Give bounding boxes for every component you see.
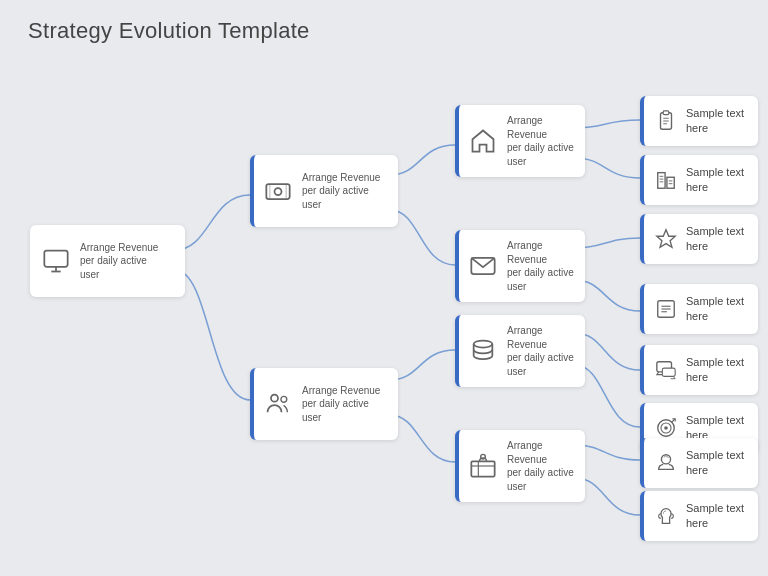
level1-card: Arrange Revenue per daily active user (30, 225, 185, 297)
level3-0-text: Arrange Revenue per daily active user (507, 114, 577, 168)
level2-top-card: Arrange Revenue per daily active user (250, 155, 398, 227)
level3-2-text: Arrange Revenue per daily active user (507, 324, 577, 378)
svg-point-36 (664, 426, 668, 430)
leaf-4-card: Sample text here (640, 345, 758, 395)
level3-1-card: Arrange Revenue per daily active user (455, 230, 585, 302)
leaf-1-card: Sample text here (640, 155, 758, 205)
level3-1-text: Arrange Revenue per daily active user (507, 239, 577, 293)
level2-bottom-card: Arrange Revenue per daily active user (250, 368, 398, 440)
level3-0-card: Arrange Revenue per daily active user (455, 105, 585, 177)
leaf-0-text: Sample text here (686, 106, 750, 136)
svg-point-4 (275, 188, 282, 195)
leaf-0-card: Sample text here (640, 96, 758, 146)
leaf-4-text: Sample text here (686, 355, 750, 385)
level3-3-card: Arrange Revenue per daily active user (455, 430, 585, 502)
brain-icon (652, 502, 680, 530)
leaf-7-text: Sample text here (686, 501, 750, 531)
svg-rect-33 (662, 368, 675, 376)
svg-rect-11 (471, 461, 494, 476)
clipboard-icon (652, 107, 680, 135)
svg-point-8 (281, 396, 287, 402)
svg-rect-21 (667, 177, 674, 188)
leaf-2-text: Sample text here (686, 224, 750, 254)
checklist-icon (652, 295, 680, 323)
leaf-1-text: Sample text here (686, 165, 750, 195)
level2-bottom-text: Arrange Revenue per daily active user (302, 384, 380, 425)
leaf-3-text: Sample text here (686, 294, 750, 324)
level3-3-text: Arrange Revenue per daily active user (507, 439, 577, 493)
people-table-icon (465, 448, 501, 484)
brain-head-icon (652, 449, 680, 477)
level1-card-text: Arrange Revenue per daily active user (80, 241, 158, 282)
building-icon (652, 166, 680, 194)
envelope-icon (465, 248, 501, 284)
database-icon (465, 333, 501, 369)
monitor-icon (38, 243, 74, 279)
leaf-7-card: Sample text here (640, 491, 758, 541)
chat-icon (652, 356, 680, 384)
people-icon (260, 386, 296, 422)
leaf-2-card: Sample text here (640, 214, 758, 264)
house-icon (465, 123, 501, 159)
leaf-6-card: Sample text here (640, 438, 758, 488)
level3-2-card: Arrange Revenue per daily active user (455, 315, 585, 387)
page-title: Strategy Evolution Template (28, 18, 310, 44)
svg-point-7 (271, 395, 278, 402)
svg-rect-0 (44, 251, 67, 267)
svg-rect-20 (658, 173, 665, 189)
svg-point-10 (474, 341, 493, 348)
leaf-6-text: Sample text here (686, 448, 750, 478)
level2-top-text: Arrange Revenue per daily active user (302, 171, 380, 212)
cash-icon (260, 173, 296, 209)
svg-rect-16 (663, 111, 669, 115)
star-icon (652, 225, 680, 253)
leaf-3-card: Sample text here (640, 284, 758, 334)
svg-marker-27 (657, 230, 675, 247)
